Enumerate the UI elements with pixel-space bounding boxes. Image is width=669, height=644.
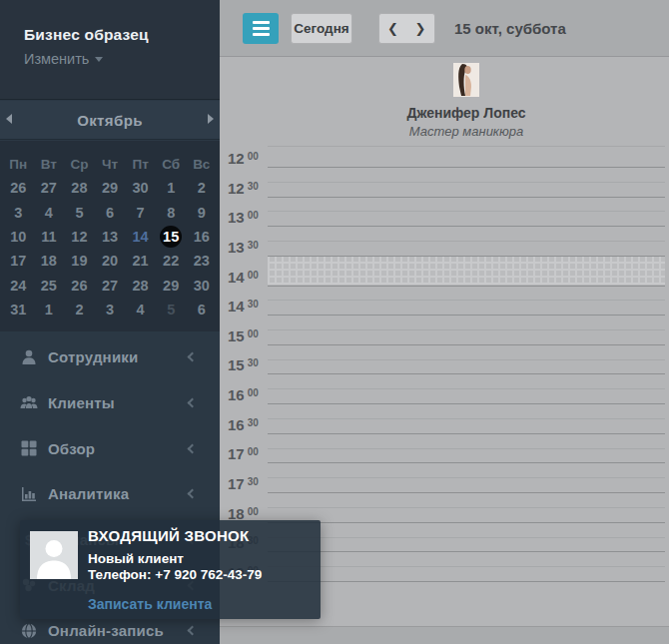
calendar-prev-month-icon[interactable]	[6, 114, 12, 124]
grid-line-30min	[268, 433, 665, 434]
calendar-month-nav: Октябрь	[0, 101, 220, 140]
calendar-day[interactable]: 2	[186, 177, 217, 199]
grid-line-15min	[268, 477, 665, 478]
calendar-day[interactable]: 9	[186, 202, 217, 224]
popup-title: ВХОДЯЩИЙ ЗВОНОК	[88, 527, 250, 544]
app-window: Бизнес образец Изменить Октябрь ПнВтСрЧт…	[0, 0, 669, 644]
calendar-next-month-icon[interactable]	[208, 114, 214, 124]
calendar-day[interactable]: 27	[34, 177, 65, 199]
calendar-day[interactable]: 28	[64, 177, 95, 199]
time-label: 1700	[228, 446, 268, 462]
chevron-left-icon	[188, 443, 198, 453]
grid-line-30min	[268, 462, 665, 463]
sidebar-item-клиенты[interactable]: Клиенты	[0, 380, 220, 426]
calendar-day[interactable]: 4	[125, 299, 156, 321]
calendar-day[interactable]: 12	[64, 226, 95, 248]
calendar-day[interactable]: 2	[64, 299, 95, 321]
calendar-day[interactable]: 23	[186, 250, 217, 272]
calendar-weekday-label: Пн	[3, 157, 34, 172]
calendar-day-today[interactable]: 14	[125, 226, 156, 248]
calendar-day[interactable]: 16	[186, 226, 217, 248]
sidebar-item-сотрудники[interactable]: Сотрудники	[0, 334, 220, 380]
grid-line-15min	[268, 359, 665, 360]
grid-line-15min	[268, 300, 665, 301]
calendar-day[interactable]: 26	[64, 275, 95, 297]
grid-icon	[20, 439, 38, 457]
grid-line-15min	[268, 329, 665, 330]
calendar-day[interactable]: 22	[156, 250, 187, 272]
calendar-day[interactable]: 24	[3, 275, 34, 297]
calendar-day[interactable]: 29	[95, 177, 126, 199]
time-label: 1730	[228, 476, 268, 492]
time-label: 1630	[228, 417, 268, 433]
time-label: 1330	[228, 240, 268, 256]
calendar-day-selected[interactable]: 15	[156, 226, 187, 248]
calendar-day[interactable]: 30	[125, 177, 156, 199]
calendar-day[interactable]: 13	[95, 226, 126, 248]
current-date-label: 15 окт, суббота	[454, 0, 566, 57]
calendar-week-row: 262728293012	[0, 176, 220, 200]
business-edit-link[interactable]: Изменить	[24, 51, 220, 67]
calendar-weekday-label: Сб	[156, 157, 187, 172]
calendar-day[interactable]: 29	[156, 275, 187, 297]
hamburger-icon	[253, 21, 270, 24]
staff-avatar	[453, 63, 479, 97]
calendar-week-row: 17181920212223	[0, 249, 220, 273]
grid-line-30min	[268, 167, 665, 168]
calendar-day[interactable]: 18	[34, 250, 65, 272]
blocked-time-slot	[268, 257, 665, 285]
time-label: 1600	[228, 387, 268, 403]
grid-line-30min	[268, 197, 665, 198]
sidebar-item-label: Онлайн-запись	[48, 622, 164, 639]
next-day-button[interactable]: ❯	[406, 13, 435, 44]
sidebar-item-label: Клиенты	[48, 394, 115, 411]
calendar-day[interactable]: 26	[3, 177, 34, 199]
grid-bottom-strip	[220, 626, 669, 644]
grid-line-30min	[268, 315, 665, 316]
calendar-day[interactable]: 28	[125, 275, 156, 297]
calendar-day[interactable]: 10	[3, 226, 34, 248]
calendar-day[interactable]: 31	[3, 299, 34, 321]
calendar-day[interactable]: 21	[125, 250, 156, 272]
calendar-day[interactable]: 6	[186, 299, 217, 321]
calendar-day[interactable]: 3	[3, 202, 34, 224]
calendar-day[interactable]: 17	[3, 250, 34, 272]
calendar-day[interactable]: 4	[34, 202, 65, 224]
calendar-day[interactable]: 30	[186, 275, 217, 297]
calendar-day[interactable]: 7	[125, 202, 156, 224]
calendar-day[interactable]: 5	[64, 202, 95, 224]
calendar-day[interactable]: 6	[95, 202, 126, 224]
sidebar-item-label: Сотрудники	[48, 348, 138, 365]
calendar-week-row: 31123456	[0, 298, 220, 322]
time-label: 1300	[228, 210, 268, 226]
calendar-day[interactable]: 19	[64, 250, 95, 272]
grid-line-30min	[268, 373, 665, 374]
sidebar-item-аналитика[interactable]: Аналитика	[0, 471, 220, 517]
calendar-day[interactable]: 27	[95, 275, 126, 297]
staff-role: Мастер маникюра	[268, 124, 665, 139]
grid-line-15min	[268, 448, 665, 449]
staff-header[interactable]: Дженифер Лопес Мастер маникюра	[268, 58, 665, 147]
calendar-day-dim[interactable]: 5	[156, 299, 187, 321]
calendar-day[interactable]: 8	[156, 202, 187, 224]
grid-line-15min	[268, 182, 665, 183]
sidebar-item-обзор[interactable]: Обзор	[0, 425, 220, 471]
prev-day-button[interactable]: ❮	[378, 13, 407, 44]
calendar-day[interactable]: 1	[34, 299, 65, 321]
business-header: Бизнес образец Изменить	[0, 0, 220, 100]
toolbar: Сегодня ❮ ❯ 15 окт, суббота	[220, 0, 669, 57]
menu-toggle-button[interactable]	[243, 13, 279, 44]
calendar-day[interactable]: 20	[95, 250, 126, 272]
grid-line-15min	[268, 418, 665, 419]
today-button[interactable]: Сегодня	[291, 13, 352, 44]
people-icon	[20, 394, 38, 412]
calendar-day[interactable]: 1	[156, 177, 187, 199]
calendar-day[interactable]: 11	[34, 226, 65, 248]
calendar-day[interactable]: 3	[95, 299, 126, 321]
popup-book-client-link[interactable]: Записать клиента	[88, 596, 212, 612]
popup-client-label: Новый клиент	[88, 551, 184, 566]
calendar-day[interactable]: 25	[34, 275, 65, 297]
grid-line-30min	[268, 522, 665, 523]
incoming-call-popup: ВХОДЯЩИЙ ЗВОНОК Новый клиент Телефон: +7…	[20, 520, 321, 619]
grid-line-15min	[268, 388, 665, 389]
